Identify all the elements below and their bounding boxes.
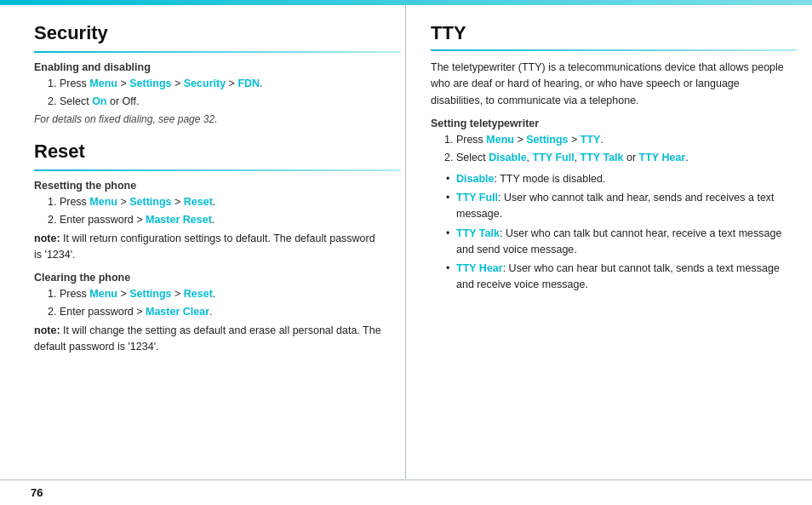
enabling-step1-prefix: 1. Press <box>48 77 89 89</box>
enabling-step2: 2. Select On or Off. <box>48 94 385 110</box>
resetting-step1: 1. Press Menu > Settings > Reset. <box>48 194 385 210</box>
c-sep2: > <box>172 288 184 300</box>
resetting-note: note: It will return configuration setti… <box>34 231 385 263</box>
step2-prefix: 2. Select <box>48 95 92 107</box>
r-step2-prefix: 2. Enter password > <box>48 214 146 226</box>
sep1: > <box>117 77 129 89</box>
tty-step1: 1. Press Menu > Settings > TTY. <box>444 132 792 148</box>
security-link[interactable]: Security <box>184 77 226 89</box>
tty-title: TTY <box>431 22 792 44</box>
content-area: Security Enabling and disabling 1. Press… <box>0 5 812 479</box>
resetting-step1-prefix: 1. Press <box>48 196 89 208</box>
tty-step2: 2. Select Disable, TTY Full, TTY Talk or… <box>444 150 792 166</box>
tty-bullet-0: Disable: TTY mode is disabled. <box>451 171 792 187</box>
tty-full-link-inline[interactable]: TTY Full <box>533 152 575 164</box>
resetting-heading: Resetting the phone <box>34 180 385 192</box>
step2-middle: or <box>106 95 122 107</box>
resetting-note-text: It will return configuration settings to… <box>34 232 375 261</box>
setting-tty-heading: Setting teletypewriter <box>431 118 792 129</box>
c-sep1: > <box>117 288 129 300</box>
bullet-text-3: : User who can hear but cannot talk, sen… <box>456 262 780 290</box>
settings-link-3[interactable]: Settings <box>129 288 171 300</box>
bullet-link-0[interactable]: Disable <box>456 173 494 185</box>
menu-link-4[interactable]: Menu <box>486 134 514 146</box>
step1-suffix: . <box>260 77 262 89</box>
tty-link[interactable]: TTY <box>580 134 601 146</box>
tty-intro: The teletypewriter (TTY) is a telecommun… <box>431 60 792 109</box>
reset-underline <box>34 169 400 171</box>
c-step2-suffix: . <box>209 306 212 318</box>
enabling-heading: Enabling and disabling <box>34 61 385 73</box>
r-sep1: > <box>117 196 129 208</box>
tty-bullet-2: TTY Talk: User who can talk but cannot h… <box>451 226 792 258</box>
bullet-link-1[interactable]: TTY Full <box>456 192 498 204</box>
settings-link-4[interactable]: Settings <box>526 134 568 146</box>
tty-bullet-3: TTY Hear: User who can hear but cannot t… <box>451 261 792 293</box>
c-step2-prefix: 2. Enter password > <box>48 306 146 318</box>
settings-link-2[interactable]: Settings <box>129 196 171 208</box>
master-reset-link[interactable]: Master Reset <box>146 214 212 226</box>
security-underline <box>34 51 400 53</box>
reset-link-2[interactable]: Reset <box>184 288 213 300</box>
page-number: 76 <box>31 486 43 499</box>
menu-link-3[interactable]: Menu <box>89 288 117 300</box>
tty-step2-sep1: , <box>527 152 533 164</box>
tty-step2-sep2: , <box>575 152 580 164</box>
tty-sep2: > <box>569 134 580 146</box>
fdn-link[interactable]: FDN <box>237 77 260 89</box>
tty-step1-suffix: . <box>600 134 603 146</box>
c-step1-suffix: . <box>213 288 215 300</box>
security-title: Security <box>34 22 385 44</box>
master-clear-link[interactable]: Master Clear <box>146 306 209 318</box>
r-sep2: > <box>172 196 184 208</box>
tty-sep1: > <box>514 134 526 146</box>
r-step1-suffix: . <box>213 196 215 208</box>
sep3: > <box>226 77 237 89</box>
footer: 76 <box>0 479 812 505</box>
page-container: Security Enabling and disabling 1. Press… <box>0 0 812 505</box>
clearing-step1-prefix: 1. Press <box>48 288 89 300</box>
tty-bullet-1: TTY Full: User who cannot talk and hear,… <box>451 190 792 222</box>
off-text: Off <box>123 95 136 107</box>
left-column: Security Enabling and disabling 1. Press… <box>0 5 405 479</box>
tty-bullets: Disable: TTY mode is disabled.TTY Full: … <box>443 171 792 293</box>
clearing-step1: 1. Press Menu > Settings > Reset. <box>48 286 385 302</box>
bullet-text-2: : User who can talk but cannot hear, rec… <box>456 227 781 255</box>
clearing-note-label: note: <box>34 324 60 336</box>
right-column: TTY The teletypewriter (TTY) is a teleco… <box>405 5 812 479</box>
clearing-note: note: It will change the setting as defa… <box>34 323 385 355</box>
reset-title: Reset <box>34 141 385 163</box>
menu-link-2[interactable]: Menu <box>89 196 117 208</box>
top-bar <box>0 0 812 5</box>
step2-suffix: . <box>136 95 139 107</box>
sep2: > <box>172 77 184 89</box>
tty-step2-prefix: 2. Select <box>444 152 489 164</box>
clearing-heading: Clearing the phone <box>34 272 385 284</box>
reset-link-1[interactable]: Reset <box>184 196 213 208</box>
disable-link-inline[interactable]: Disable <box>489 152 526 164</box>
bullet-link-3[interactable]: TTY Hear <box>456 262 503 274</box>
clearing-note-text: It will change the setting as default an… <box>34 324 381 353</box>
clearing-step2: 2. Enter password > Master Clear. <box>48 304 385 320</box>
resetting-step2: 2. Enter password > Master Reset. <box>48 212 385 228</box>
bullet-text-0: : TTY mode is disabled. <box>494 173 605 185</box>
tty-talk-link-inline[interactable]: TTY Talk <box>580 152 624 164</box>
settings-link-1[interactable]: Settings <box>129 77 171 89</box>
on-link[interactable]: On <box>92 95 106 107</box>
tty-step2-sep3: or <box>624 152 639 164</box>
bullet-text-1: : User who cannot talk and hear, sends a… <box>456 192 775 220</box>
fixed-dialing-note: For details on fixed dialing, see page 3… <box>34 113 385 125</box>
vertical-divider <box>405 5 406 479</box>
tty-underline <box>431 49 797 51</box>
tty-step2-suffix: . <box>685 152 688 164</box>
r-step2-suffix: . <box>212 214 214 226</box>
tty-hear-link-inline[interactable]: TTY Hear <box>639 152 686 164</box>
enabling-step1: 1. Press Menu > Settings > Security > FD… <box>48 76 385 92</box>
bullet-link-2[interactable]: TTY Talk <box>456 227 500 239</box>
tty-step1-prefix: 1. Press <box>444 134 486 146</box>
resetting-note-label: note: <box>34 232 60 244</box>
menu-link-1[interactable]: Menu <box>89 77 117 89</box>
